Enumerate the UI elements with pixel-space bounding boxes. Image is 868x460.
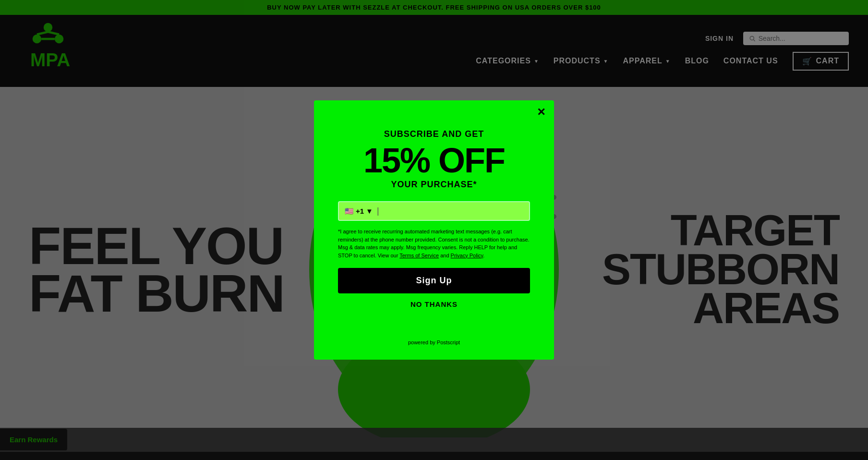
divider: |	[377, 206, 379, 216]
dropdown-arrow-icon: ▼	[366, 207, 373, 215]
flag-icon: 🇺🇸	[345, 207, 354, 216]
modal-discount-text: 15% OFF	[363, 143, 505, 178]
terms-link[interactable]: Terms of Service	[399, 253, 439, 258]
subscribe-modal: ✕ SUBSCRIBE AND GET 15% OFF YOUR PURCHAS…	[314, 100, 554, 360]
privacy-link[interactable]: Privacy Policy	[451, 253, 483, 258]
consent-text: *I agree to receive recurring automated …	[338, 228, 530, 259]
modal-close-button[interactable]: ✕	[537, 107, 545, 118]
phone-input[interactable]	[383, 207, 523, 215]
phone-input-row[interactable]: 🇺🇸 +1 ▼ |	[338, 201, 530, 221]
signup-button[interactable]: Sign Up	[338, 268, 530, 293]
phone-code: +1	[356, 207, 364, 215]
modal-overlay: ✕ SUBSCRIBE AND GET 15% OFF YOUR PURCHAS…	[0, 0, 868, 460]
modal-subscribe-text: SUBSCRIBE AND GET	[384, 129, 484, 139]
modal-purchase-text: YOUR PURCHASE*	[391, 180, 477, 190]
no-thanks-button[interactable]: NO THANKS	[410, 300, 458, 308]
powered-by-text: powered by Postscript	[408, 339, 460, 345]
country-code-selector[interactable]: 🇺🇸 +1 ▼	[345, 207, 373, 216]
